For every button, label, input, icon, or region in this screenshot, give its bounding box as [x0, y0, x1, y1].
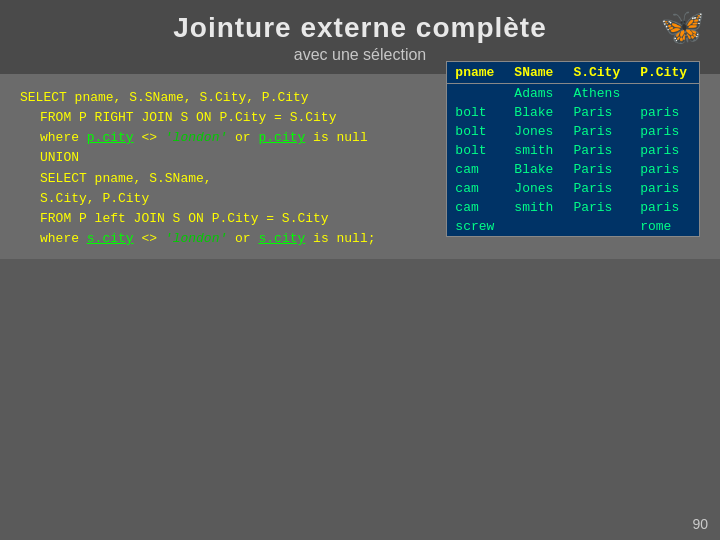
cell-sname: Adams [506, 84, 565, 104]
cell-sname: smith [506, 141, 565, 160]
cell-scity: Paris [565, 198, 632, 217]
cell-sname: Jones [506, 179, 565, 198]
cell-pname: cam [447, 198, 506, 217]
cell-pname: cam [447, 160, 506, 179]
cell-scity [565, 217, 632, 236]
cell-pname: bolt [447, 103, 506, 122]
cell-sname: smith [506, 198, 565, 217]
cell-pcity: paris [632, 179, 699, 198]
cell-pname: screw [447, 217, 506, 236]
result-table: pname SName S.City P.City AdamsAthensbol… [447, 62, 699, 236]
table-row: camBlakeParisparis [447, 160, 699, 179]
table-row: screwrome [447, 217, 699, 236]
cell-pcity [632, 84, 699, 104]
cell-scity: Paris [565, 179, 632, 198]
cell-sname: Blake [506, 160, 565, 179]
cell-pname: bolt [447, 141, 506, 160]
col-header-scity: S.City [565, 62, 632, 84]
main-container: 🦋 Jointure externe complète avec une sél… [0, 0, 720, 540]
table-header-row: pname SName S.City P.City [447, 62, 699, 84]
table-row: camJonesParisparis [447, 179, 699, 198]
cell-sname: Blake [506, 103, 565, 122]
cell-pcity: paris [632, 141, 699, 160]
cell-pcity: rome [632, 217, 699, 236]
cell-pcity: paris [632, 160, 699, 179]
col-header-pname: pname [447, 62, 506, 84]
cell-scity: Athens [565, 84, 632, 104]
cell-pcity: paris [632, 198, 699, 217]
cell-scity: Paris [565, 122, 632, 141]
page-number: 90 [692, 516, 708, 532]
col-header-pcity: P.City [632, 62, 699, 84]
table-row: boltJonesParisparis [447, 122, 699, 141]
main-title: Jointure externe complète [20, 12, 700, 44]
cell-sname: Jones [506, 122, 565, 141]
cell-pname: bolt [447, 122, 506, 141]
table-row: boltBlakeParisparis [447, 103, 699, 122]
cell-pname [447, 84, 506, 104]
cell-pcity: paris [632, 122, 699, 141]
table-row: camsmithParisparis [447, 198, 699, 217]
cell-scity: Paris [565, 160, 632, 179]
table-row: boltsmithParisparis [447, 141, 699, 160]
content-area: SELECT pname, S.SName, S.City, P.City FR… [0, 74, 720, 259]
butterfly-icon: 🦋 [660, 6, 710, 51]
cell-pcity: paris [632, 103, 699, 122]
cell-sname [506, 217, 565, 236]
table-row: AdamsAthens [447, 84, 699, 104]
col-header-sname: SName [506, 62, 565, 84]
cell-pname: cam [447, 179, 506, 198]
cell-scity: Paris [565, 141, 632, 160]
result-table-wrapper: pname SName S.City P.City AdamsAthensbol… [446, 61, 700, 237]
cell-scity: Paris [565, 103, 632, 122]
